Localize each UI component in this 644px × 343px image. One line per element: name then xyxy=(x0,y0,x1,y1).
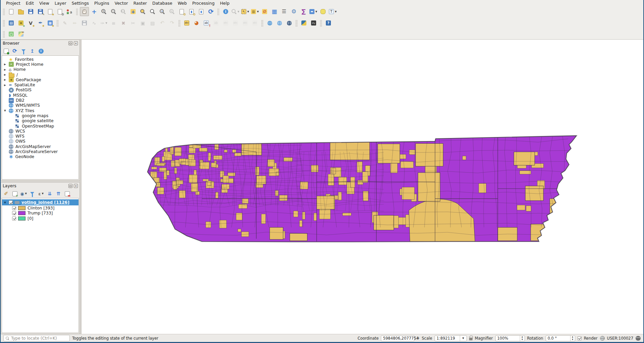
show-spatial-bookmarks-button[interactable]: ▮ xyxy=(197,7,206,16)
pan-to-selection-button[interactable]: + xyxy=(90,7,99,16)
open-attribute-table-button[interactable]: ▦ xyxy=(270,7,279,16)
web-plugin-globe-2-button[interactable] xyxy=(275,18,284,28)
select-features-by-value-dropdown-icon[interactable]: ▼ xyxy=(257,10,259,13)
open-layer-styling-button[interactable]: ✐ xyxy=(2,190,10,197)
new-3d-map-view-button[interactable]: ▮⚙ xyxy=(187,7,196,16)
expander-right-icon[interactable]: ▶ xyxy=(3,63,7,66)
crs-status[interactable]: USER:100027 xyxy=(607,336,633,341)
menu-web[interactable]: Web xyxy=(175,1,189,6)
layer-diagram-options-button[interactable]: ◕ xyxy=(192,18,201,28)
class-visibility-checkbox[interactable] xyxy=(12,211,16,215)
expander-right-icon[interactable]: ▶ xyxy=(3,68,7,71)
browser-add-selected-layers-button[interactable]: ● xyxy=(2,47,10,55)
add-group-button[interactable]: + xyxy=(11,190,18,197)
menu-database[interactable]: Database xyxy=(150,1,175,6)
browser-item-arcgismapserver[interactable]: ArcGisMapServer xyxy=(2,144,79,149)
zoom-native-button[interactable]: 1:1 xyxy=(119,7,128,16)
new-map-view-button[interactable]: ⚙ xyxy=(177,7,186,16)
curved-label-button[interactable]: abc xyxy=(250,18,259,28)
redo-button[interactable]: ↷ xyxy=(167,18,177,28)
add-feature-button[interactable]: ∿ xyxy=(90,18,99,28)
rotation-down-icon[interactable]: ▼ xyxy=(571,338,575,341)
metasearch-button[interactable] xyxy=(285,18,294,28)
scale-dropdown-icon[interactable]: ▼ xyxy=(460,336,466,341)
select-features-button[interactable]: ↖▼ xyxy=(241,7,250,16)
run-feature-action-button[interactable]: ▼ xyxy=(231,7,240,16)
layers-close-button[interactable]: × xyxy=(74,184,78,188)
pan-map-button[interactable] xyxy=(80,7,89,16)
filter-legend-button[interactable] xyxy=(29,190,36,197)
browser-item-home[interactable]: ▶⌂Home xyxy=(2,67,79,72)
browser-item-favorites[interactable]: ★Favorites xyxy=(2,57,79,62)
select-features-dropdown-icon[interactable]: ▼ xyxy=(247,10,249,13)
measure-line-dropdown-icon[interactable]: ▼ xyxy=(315,10,317,13)
browser-item-postgis[interactable]: ePostGIS xyxy=(2,88,79,93)
legend-class-row[interactable]: [0] xyxy=(2,216,79,221)
browser-item-arcgisfeatureserver[interactable]: ArcGisFeatureServer xyxy=(2,149,79,154)
zoom-in-button[interactable]: + xyxy=(99,7,108,16)
manage-map-themes-button[interactable]: ◉▼ xyxy=(20,190,27,197)
magnifier-down-icon[interactable]: ▼ xyxy=(520,338,525,341)
zoom-next-button[interactable]: ▸ xyxy=(167,7,177,16)
magnifier-up-icon[interactable]: ▲ xyxy=(520,336,525,338)
new-spatialite-layer-button[interactable]: ✒∗ xyxy=(36,18,45,28)
expander-right-icon[interactable]: ▶ xyxy=(3,73,7,76)
browser-item-google-satellite[interactable]: google satellite xyxy=(2,118,79,124)
browser-item-geonode[interactable]: ∗GeoNode xyxy=(2,154,79,159)
menu-edit[interactable]: Edit xyxy=(23,1,37,6)
crs-globe-icon[interactable] xyxy=(600,336,605,341)
new-project-button[interactable] xyxy=(7,7,16,16)
menu-help[interactable]: Help xyxy=(217,1,232,6)
lock-scale-icon[interactable] xyxy=(469,338,473,340)
class-visibility-checkbox[interactable] xyxy=(12,216,16,220)
expander-down-icon[interactable]: ▼ xyxy=(3,109,7,112)
menu-settings[interactable]: Settings xyxy=(69,1,92,6)
paste-features-button[interactable]: ▤ xyxy=(148,18,157,28)
rotation-spinbox[interactable]: 0.0 ° ▲▼ xyxy=(546,335,575,341)
layers-float-button[interactable] xyxy=(68,184,72,188)
layer-labeling-options-button[interactable]: abc xyxy=(182,18,191,28)
select-features-by-value-button[interactable]: ▥▼ xyxy=(250,7,259,16)
zoom-to-selection-button[interactable] xyxy=(138,7,147,16)
refresh-map-button[interactable]: ⟳ xyxy=(206,7,215,16)
deselect-features-button[interactable]: ∅ xyxy=(260,7,269,16)
zoom-last-button[interactable]: ◂ xyxy=(158,7,167,16)
remove-layer-button[interactable]: ▬ xyxy=(63,190,71,197)
map-canvas[interactable] xyxy=(82,40,643,334)
menu-vector[interactable]: Vector xyxy=(112,1,131,6)
class-visibility-checkbox[interactable] xyxy=(12,206,16,210)
field-calculator-button[interactable]: ☰ xyxy=(280,7,289,16)
new-geopackage-layer-button[interactable]: ◆+ xyxy=(16,18,26,28)
modify-attributes-button[interactable]: ≡ xyxy=(109,18,118,28)
browser-item-wcs[interactable]: WCS xyxy=(2,129,79,134)
browser-item-ows[interactable]: OWS xyxy=(2,139,79,144)
layer-item-voting-joined[interactable]: ▼voting_joined [1126] xyxy=(2,199,79,205)
filter-by-expression-button[interactable]: ε▼ xyxy=(37,190,45,197)
filter-by-expression-dropdown-icon[interactable]: ▼ xyxy=(42,192,43,195)
menu-project[interactable]: Project xyxy=(3,1,23,6)
collapse-all-button[interactable]: ⇈ xyxy=(55,190,62,197)
browser-item-google-maps[interactable]: google maps xyxy=(2,113,79,118)
legend-class-row[interactable]: Trump [733] xyxy=(2,211,79,216)
browser-item-openstreetmap[interactable]: OpenStreetMap xyxy=(2,124,79,129)
browser-item-db2[interactable]: DB2DB2 xyxy=(2,98,79,103)
undo-button[interactable]: ↶ xyxy=(158,18,167,28)
open-project-button[interactable] xyxy=(16,7,26,16)
map-tips-button[interactable] xyxy=(318,7,328,16)
data-source-manager-button[interactable]: ▤ xyxy=(7,18,16,28)
rotation-up-icon[interactable]: ▲ xyxy=(571,336,575,338)
browser-item-wms-wmts[interactable]: WMS/WMTS xyxy=(2,103,79,108)
expander-down-icon[interactable]: ▼ xyxy=(3,201,7,204)
browser-item-mssql[interactable]: ◗MSSQL xyxy=(2,93,79,98)
run-feature-action-dropdown-icon[interactable]: ▼ xyxy=(238,10,239,13)
style-manager-button[interactable]: a xyxy=(65,7,74,16)
browser-item-xyz-tiles[interactable]: ▼XYZ Tiles xyxy=(2,108,79,113)
new-print-layout-button[interactable]: ∗ xyxy=(46,7,55,16)
browser-collapse-all-button[interactable]: ↥ xyxy=(29,47,36,55)
text-annotation-dropdown-icon[interactable]: ▼ xyxy=(335,10,337,13)
expander-right-icon[interactable]: ▶ xyxy=(3,78,7,81)
current-edits-button[interactable]: ✎ xyxy=(60,18,69,28)
expander-right-icon[interactable]: ▶ xyxy=(3,84,7,87)
layout-manager-button[interactable]: ⚙ xyxy=(55,7,64,16)
menu-layer[interactable]: Layer xyxy=(52,1,69,6)
